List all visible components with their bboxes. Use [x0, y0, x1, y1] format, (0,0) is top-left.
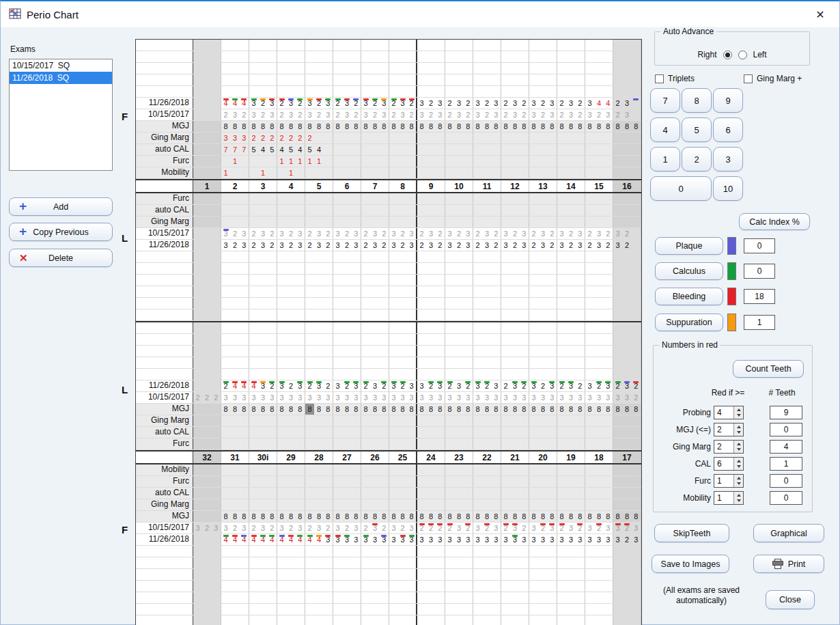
- chart-cell[interactable]: [529, 144, 557, 155]
- chart-cell[interactable]: [529, 464, 557, 475]
- chart-cell[interactable]: [473, 167, 501, 178]
- chart-cell[interactable]: 323: [417, 380, 445, 391]
- chart-cell[interactable]: [501, 557, 529, 568]
- chart-cell[interactable]: [333, 346, 361, 357]
- chart-cell[interactable]: 32: [613, 240, 641, 251]
- chart-cell[interactable]: [473, 615, 501, 625]
- chart-cell[interactable]: [221, 476, 249, 487]
- chart-cell[interactable]: [613, 144, 641, 155]
- chart-cell[interactable]: [585, 569, 613, 580]
- chart-cell[interactable]: [305, 263, 333, 274]
- chart-cell[interactable]: [613, 546, 641, 557]
- chart-cell[interactable]: 323: [529, 98, 557, 109]
- chart-cell[interactable]: [529, 205, 557, 216]
- chart-cell[interactable]: [249, 615, 277, 625]
- chart-cell[interactable]: [249, 476, 277, 487]
- keypad-4[interactable]: 4: [650, 117, 680, 142]
- ging-marg-plus-checkbox[interactable]: [744, 74, 753, 83]
- chart-cell[interactable]: [501, 286, 529, 297]
- chart-cell[interactable]: [389, 604, 417, 615]
- chart-cell[interactable]: [389, 309, 417, 320]
- chart-cell[interactable]: [361, 298, 389, 309]
- chart-cell[interactable]: 323: [445, 228, 473, 239]
- chart-cell[interactable]: [501, 439, 529, 449]
- ging-marg-threshold-spinner[interactable]: 2: [714, 440, 744, 454]
- chart-cell[interactable]: [333, 156, 361, 167]
- chart-cell[interactable]: [613, 63, 641, 74]
- chart-cell[interactable]: [501, 86, 529, 97]
- chart-cell[interactable]: 333: [277, 392, 305, 403]
- chart-cell[interactable]: [333, 286, 361, 297]
- chart-cell[interactable]: [473, 322, 501, 333]
- chart-cell[interactable]: [445, 615, 473, 625]
- chart-cell[interactable]: 232: [417, 228, 445, 239]
- chart-cell[interactable]: [389, 369, 417, 380]
- chart-cell[interactable]: [585, 309, 613, 320]
- chart-cell[interactable]: [529, 167, 557, 178]
- chart-cell[interactable]: [529, 346, 557, 357]
- chart-cell[interactable]: 888: [585, 511, 613, 522]
- chart-cell[interactable]: 888: [333, 404, 361, 415]
- chart-cell[interactable]: 888: [277, 404, 305, 415]
- chart-cell[interactable]: [445, 86, 473, 97]
- chart-cell[interactable]: [417, 251, 445, 262]
- auto-advance-right-radio[interactable]: [723, 51, 732, 59]
- chart-cell[interactable]: [557, 74, 585, 85]
- chart-cell[interactable]: [193, 144, 221, 155]
- chart-cell[interactable]: [585, 346, 613, 357]
- chart-cell[interactable]: [501, 51, 529, 62]
- chart-cell[interactable]: [613, 604, 641, 615]
- chart-cell[interactable]: [221, 251, 249, 262]
- chart-cell[interactable]: 323: [361, 109, 389, 120]
- chart-cell[interactable]: [221, 322, 249, 333]
- chart-cell[interactable]: [557, 144, 585, 155]
- chart-cell[interactable]: 232: [249, 240, 277, 251]
- chart-cell[interactable]: [193, 286, 221, 297]
- chart-cell[interactable]: 232: [501, 109, 529, 120]
- chart-cell[interactable]: [501, 476, 529, 487]
- chart-cell[interactable]: [473, 357, 501, 368]
- chart-cell[interactable]: [193, 322, 221, 333]
- chart-cell[interactable]: [333, 546, 361, 557]
- chart-cell[interactable]: [277, 369, 305, 380]
- chart-cell[interactable]: 888: [221, 511, 249, 522]
- chart-cell[interactable]: [613, 499, 641, 510]
- chart-cell[interactable]: 54: [305, 144, 333, 155]
- chart-cell[interactable]: [473, 346, 501, 357]
- chart-cell[interactable]: [445, 286, 473, 297]
- chart-cell[interactable]: [529, 615, 557, 625]
- chart-cell[interactable]: [585, 615, 613, 625]
- chart-cell[interactable]: [417, 156, 445, 167]
- chart-cell[interactable]: [557, 369, 585, 380]
- chart-cell[interactable]: [585, 427, 613, 438]
- chart-cell[interactable]: [305, 51, 333, 62]
- chart-cell[interactable]: [193, 357, 221, 368]
- chart-cell[interactable]: [613, 476, 641, 487]
- chart-cell[interactable]: [333, 217, 361, 227]
- chart-cell[interactable]: [417, 51, 445, 62]
- chart-cell[interactable]: [557, 322, 585, 333]
- chart-cell[interactable]: [613, 415, 641, 426]
- chart-cell[interactable]: 888: [445, 404, 473, 415]
- chart-cell[interactable]: 888: [417, 121, 445, 132]
- chart-cell[interactable]: [557, 615, 585, 625]
- chart-cell[interactable]: [417, 604, 445, 615]
- chart-cell[interactable]: [585, 322, 613, 333]
- chart-cell[interactable]: 333: [557, 392, 585, 403]
- chart-cell[interactable]: [473, 592, 501, 603]
- chart-cell[interactable]: 333: [389, 392, 417, 403]
- chart-cell[interactable]: [361, 63, 389, 74]
- keypad-9[interactable]: 9: [713, 88, 743, 113]
- chart-cell[interactable]: [361, 40, 389, 51]
- chart-cell[interactable]: [445, 322, 473, 333]
- chart-cell[interactable]: 333: [221, 133, 249, 143]
- chart-cell[interactable]: [613, 298, 641, 309]
- chart-cell[interactable]: 888: [473, 511, 501, 522]
- chart-cell[interactable]: [389, 439, 417, 449]
- chart-cell[interactable]: [277, 309, 305, 320]
- chart-cell[interactable]: [193, 499, 221, 510]
- chart-cell[interactable]: 232: [249, 523, 277, 533]
- chart-cell[interactable]: 232: [445, 523, 473, 533]
- chart-cell[interactable]: [333, 427, 361, 438]
- chart-cell[interactable]: [445, 592, 473, 603]
